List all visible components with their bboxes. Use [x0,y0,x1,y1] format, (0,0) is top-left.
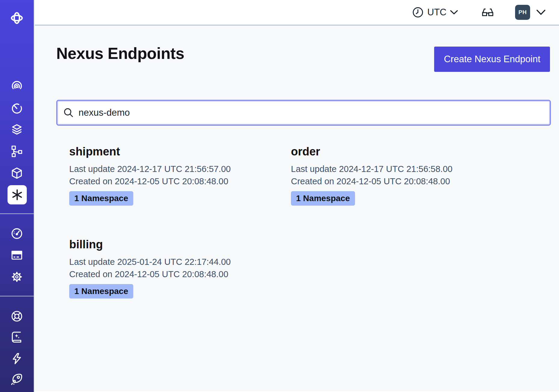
namespaces-icon[interactable] [10,80,23,93]
chevron-down-icon [450,10,458,15]
endpoint-list: shipment Last update 2024-12-17 UTC 21:5… [69,144,559,299]
endpoint-card-shipment[interactable]: shipment Last update 2024-12-17 UTC 21:5… [69,144,291,206]
endpoint-name: order [291,144,559,159]
glasses-icon [481,6,494,19]
labs-toggle[interactable] [481,6,494,19]
search-icon [63,107,74,118]
stacks-icon[interactable] [10,123,23,136]
endpoint-card-order[interactable]: order Last update 2024-12-17 UTC 21:56:5… [291,144,559,206]
avatar[interactable]: PH [515,5,530,20]
endpoint-last-update: Last update 2025-01-24 UTC 22:17:44.00 [69,256,291,268]
sidebar-nav [0,0,34,392]
endpoint-created-on: Created on 2024-12-05 UTC 20:08:48.00 [69,268,291,280]
support-icon[interactable] [10,310,23,323]
docs-icon[interactable] [10,331,23,344]
endpoint-card-billing[interactable]: billing Last update 2025-01-24 UTC 22:17… [69,237,291,299]
connections-icon[interactable] [10,145,23,158]
usage-icon[interactable] [10,227,23,240]
page-content: Nexus Endpoints Create Nexus Endpoint sh… [35,26,559,391]
endpoint-created-on: Created on 2024-12-05 UTC 20:08:48.00 [291,175,559,188]
timezone-label: UTC [427,7,446,18]
page-title: Nexus Endpoints [56,44,184,63]
nexus-icon[interactable] [8,185,27,204]
settings-icon[interactable] [10,270,23,283]
search-bar [56,100,551,126]
top-header: UTC PH [35,0,559,26]
sidebar-divider [0,296,34,296]
endpoint-last-update: Last update 2024-12-17 UTC 21:56:57.00 [69,163,291,175]
namespace-badge: 1 Namespace [291,191,355,206]
endpoint-name: shipment [69,144,291,159]
namespace-badge: 1 Namespace [69,191,133,206]
temporal-logo[interactable] [10,11,23,25]
clock-icon [412,7,424,18]
endpoint-last-update: Last update 2024-12-17 UTC 21:56:58.00 [291,163,559,175]
namespace-badge: 1 Namespace [69,284,133,299]
billing-icon[interactable] [10,249,23,262]
sidebar-divider [0,213,34,214]
schedules-icon[interactable] [10,102,23,115]
search-input[interactable] [79,101,544,125]
deployments-icon[interactable] [10,167,23,180]
timezone-picker[interactable]: UTC [412,7,458,18]
create-nexus-endpoint-button[interactable]: Create Nexus Endpoint [434,47,550,72]
chevron-down-icon[interactable] [536,9,546,15]
endpoint-created-on: Created on 2024-12-05 UTC 20:08:48.00 [69,175,291,188]
getting-started-icon[interactable] [10,373,23,386]
feedback-icon[interactable] [10,352,23,365]
endpoint-name: billing [69,237,291,252]
